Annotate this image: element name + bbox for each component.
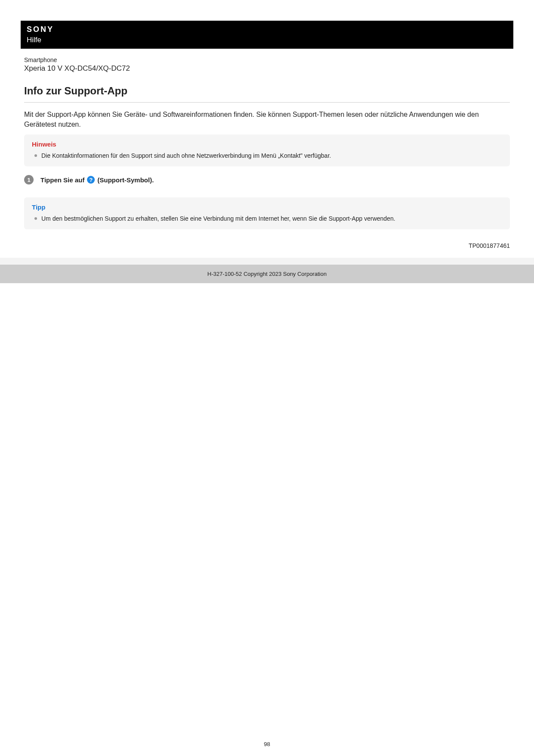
tip-text: Um den bestmöglichen Support zu erhalten… [41,214,395,223]
tip-title: Tipp [32,203,502,211]
note-text: Die Kontaktinformationen für den Support… [41,151,331,160]
bullet-icon [34,217,37,220]
intro-text: Mit der Support-App können Sie Geräte- u… [24,109,510,129]
step-text-before: Tippen Sie auf [40,176,84,184]
tip-bullet: Um den bestmöglichen Support zu erhalten… [34,214,502,223]
tp-code: TP0001877461 [24,242,510,249]
note-bullet: Die Kontaktinformationen für den Support… [34,151,502,160]
gray-strip [0,258,534,265]
step-number-badge: 1 [24,175,34,184]
header-bar: SONY Hilfe [21,21,513,49]
device-type: Smartphone [24,56,510,63]
note-box: Hinweis Die Kontaktinformationen für den… [24,134,510,166]
page-number: 98 [0,741,534,747]
step-text-after: (Support-Symbol). [97,176,154,184]
note-title: Hinweis [32,141,502,148]
footer-copyright: H-327-100-52 Copyright 2023 Sony Corpora… [0,265,534,283]
bullet-icon [34,154,37,157]
tip-box: Tipp Um den bestmöglichen Support zu erh… [24,197,510,229]
divider [24,102,510,103]
step-row: 1 Tippen Sie auf ? (Support-Symbol). [24,175,510,184]
device-info: Smartphone Xperia 10 V XQ-DC54/XQ-DC72 [21,49,513,73]
support-icon: ? [87,176,95,184]
device-model: Xperia 10 V XQ-DC54/XQ-DC72 [24,64,510,73]
step-text: Tippen Sie auf ? (Support-Symbol). [40,176,154,184]
page-title: Info zur Support-App [24,85,510,97]
brand-logo: SONY [27,25,507,34]
help-label: Hilfe [27,36,507,44]
